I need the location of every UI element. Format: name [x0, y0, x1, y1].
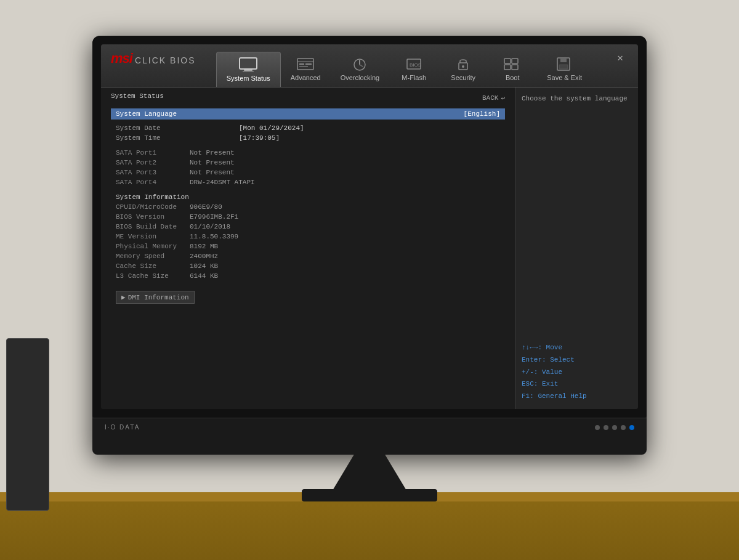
sata-port3-value: Not Present: [190, 169, 235, 176]
system-time-row: System Time [17:39:05]: [111, 133, 505, 143]
keybind-select: Enter: Select: [522, 354, 632, 367]
monitor-btn-menu[interactable]: [595, 425, 600, 430]
svg-rect-13: [504, 59, 511, 63]
me-version-label: ME Version: [116, 233, 190, 240]
bios-version-row: BIOS Version E7996IMB.2F1: [111, 212, 505, 222]
bios-nav: System Status: [210, 52, 598, 87]
monitor-btn-input[interactable]: [621, 425, 626, 430]
tab-system-status-label: System Status: [227, 75, 270, 82]
cache-size-value: 1024 KB: [190, 262, 218, 270]
sata-port3-row: SATA Port3 Not Present: [111, 168, 505, 177]
svg-text:BIOS: BIOS: [410, 62, 421, 68]
back-button[interactable]: BACK ↩: [482, 94, 505, 102]
tab-advanced-label: Advanced: [291, 74, 321, 81]
system-date-label: System Date: [116, 124, 239, 132]
system-date-row: System Date [Mon 01/29/2024]: [111, 123, 505, 133]
tab-m-flash[interactable]: BIOS M-Flash: [389, 52, 438, 87]
memory-speed-row: Memory Speed 2400MHz: [111, 251, 505, 261]
monitor-icon: [238, 57, 258, 72]
monitor-btn-down[interactable]: [604, 425, 608, 430]
tab-security-label: Security: [451, 74, 475, 81]
bios-logo: msi CLICK BIOS: [111, 49, 196, 67]
keybinds-section: ↑↓←→: Move Enter: Select +/-: Value ESC:…: [522, 342, 632, 403]
bios-version-value: E7996IMB.2F1: [190, 213, 238, 221]
tab-overclocking[interactable]: Overclocking: [331, 52, 390, 87]
tab-m-flash-label: M-Flash: [402, 74, 426, 81]
svg-rect-7: [299, 66, 308, 67]
bios-build-value: 01/10/2018: [190, 223, 230, 230]
memory-speed-value: 2400MHz: [190, 253, 218, 260]
monitor-assembly: msi CLICK BIOS: [92, 36, 647, 501]
monitor-bezel: msi CLICK BIOS: [92, 36, 647, 418]
tab-advanced[interactable]: Advanced: [281, 52, 331, 87]
tab-save-exit[interactable]: Save & Exit: [537, 52, 592, 87]
svg-point-12: [462, 65, 464, 68]
physical-memory-row: Physical Memory 8192 MB: [111, 241, 505, 251]
l3-cache-row: L3 Cache Size 6144 KB: [111, 271, 505, 281]
monitor-btn-up[interactable]: [612, 425, 617, 430]
help-text: Choose the system language: [522, 94, 632, 105]
advanced-icon: [296, 57, 315, 71]
msi-logo-text: msi: [111, 51, 132, 67]
overclocking-icon: [350, 57, 370, 71]
system-info-section: System Information CPUID/MicroCode 906E9…: [111, 192, 505, 281]
svg-rect-1: [244, 70, 252, 71]
tab-overclocking-label: Overclocking: [341, 74, 380, 81]
dmi-arrow-icon: ▶: [121, 293, 126, 301]
sata-port1-row: SATA Port1 Not Present: [111, 148, 505, 158]
dmi-label: DMI Information: [128, 294, 189, 301]
sata-port2-label: SATA Port2: [116, 159, 190, 166]
svg-rect-18: [560, 58, 567, 62]
l3-cache-value: 6144 KB: [190, 272, 218, 280]
system-language-row[interactable]: System Language [English]: [111, 108, 505, 120]
system-time-value: [17:39:05]: [239, 134, 280, 142]
bios-build-label: BIOS Build Date: [116, 223, 190, 230]
me-version-value: 11.8.50.3399: [190, 233, 238, 240]
keybind-exit: ESC: Exit: [522, 378, 632, 391]
dmi-information-button[interactable]: ▶ DMI Information: [116, 291, 195, 304]
bios-build-row: BIOS Build Date 01/10/2018: [111, 222, 505, 232]
cpuid-row: CPUID/MicroCode 906E9/80: [111, 202, 505, 212]
sata-port1-label: SATA Port1: [116, 149, 190, 156]
system-language-value: [English]: [464, 110, 500, 118]
sys-info-title: System Information: [111, 192, 505, 202]
sata-section: SATA Port1 Not Present SATA Port2 Not Pr…: [111, 148, 505, 187]
cpuid-label: CPUID/MicroCode: [116, 203, 190, 211]
monitor-screen: msi CLICK BIOS: [101, 44, 638, 409]
security-icon: [453, 57, 473, 71]
sata-port2-value: Not Present: [190, 159, 235, 166]
close-button[interactable]: ✕: [612, 49, 628, 67]
monitor-base: [302, 489, 437, 501]
monitor-brand-label: I·O DATA: [105, 424, 140, 431]
system-time-label: System Time: [116, 134, 239, 142]
cpuid-value: 906E9/80: [190, 203, 222, 211]
bios-sidebar: Choose the system language ↑↓←→: Move En…: [515, 87, 638, 409]
sata-port4-value: DRW-24DSMT ATAPI: [190, 179, 255, 186]
svg-rect-2: [243, 71, 254, 72]
sata-port1-value: Not Present: [190, 149, 235, 156]
monitor-bottom-bar: I·O DATA: [92, 418, 647, 436]
bios-version-label: BIOS Version: [116, 213, 190, 221]
cache-size-row: Cache Size 1024 KB: [111, 261, 505, 271]
content-header: System Status BACK ↩: [111, 92, 505, 103]
monitor-btn-power[interactable]: [629, 425, 634, 430]
tab-boot[interactable]: Boot: [488, 52, 537, 87]
svg-rect-15: [504, 65, 511, 70]
l3-cache-label: L3 Cache Size: [116, 272, 190, 280]
cache-size-label: Cache Size: [116, 262, 190, 270]
section-title: System Status: [111, 92, 164, 100]
svg-rect-19: [559, 65, 568, 69]
svg-rect-16: [512, 65, 518, 70]
svg-rect-0: [240, 58, 257, 69]
back-arrow-icon: ↩: [501, 94, 505, 102]
room-background: msi CLICK BIOS: [0, 0, 739, 560]
tab-system-status[interactable]: System Status: [216, 52, 281, 87]
tab-security[interactable]: Security: [438, 52, 488, 87]
keybind-help: F1: General Help: [522, 391, 632, 403]
memory-speed-label: Memory Speed: [116, 253, 190, 260]
save-exit-icon: [555, 57, 575, 71]
sata-port4-row: SATA Port4 DRW-24DSMT ATAPI: [111, 177, 505, 187]
svg-rect-5: [299, 63, 304, 65]
system-language-label: System Language: [116, 110, 177, 118]
bios-main: System Status BACK ↩ System Language: [101, 87, 638, 409]
